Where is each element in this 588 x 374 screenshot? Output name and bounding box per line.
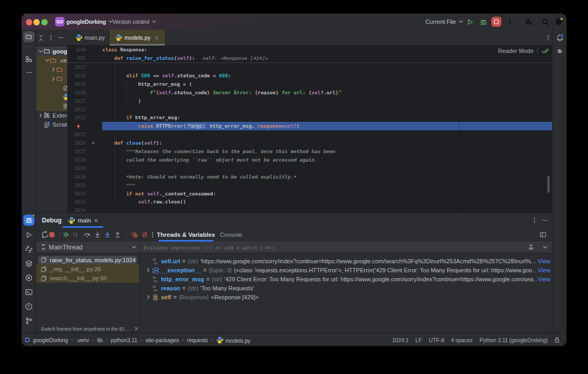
tool-stripe-terminal-button[interactable]: [23, 287, 34, 298]
python-interpreter[interactable]: Python 3.11 (googleDorking): [479, 337, 548, 343]
chevron-right-icon[interactable]: [146, 268, 150, 273]
breadcrumb-item[interactable]: site-packages: [145, 337, 179, 343]
add-watch-icon[interactable]: [528, 243, 536, 252]
project-tree-item-.venv[interactable]: .venv: [36, 56, 67, 65]
minimize-window-button[interactable]: [33, 19, 40, 25]
close-icon[interactable]: [154, 35, 159, 41]
tool-stripe-structure-button[interactable]: [23, 54, 34, 65]
resume-button[interactable]: [61, 230, 71, 239]
tool-stripe-more-button[interactable]: [23, 67, 34, 78]
caret-position[interactable]: 1024:1: [392, 337, 408, 343]
breadcrumb-item[interactable]: python3.11: [111, 337, 137, 343]
editor-scrollbar-thumb[interactable]: [547, 176, 550, 193]
project-tree-item-Scratches and Consoles[interactable]: Scratches and Consoles: [36, 120, 67, 129]
debug-button[interactable]: [479, 17, 487, 26]
breadcrumb-item[interactable]: requests: [187, 337, 208, 343]
code-line-1022[interactable]: 1022: [67, 105, 552, 114]
view-breakpoints-button[interactable]: [130, 230, 139, 239]
debug-view-tab-threads-variables[interactable]: Threads & Variables: [158, 228, 213, 242]
view-link[interactable]: View: [537, 266, 550, 275]
code-line-1033[interactable]: 1033 self.raw.close(): [67, 198, 552, 206]
editor-tab-main.py[interactable]: main.py: [70, 30, 110, 46]
project-tree-item-googleDorking[interactable]: googleDorking: [36, 47, 67, 56]
project-tree-item[interactable]: [36, 65, 67, 75]
frame-row[interactable]: search, __init__.py:50: [36, 274, 139, 283]
tool-stripe-project-button[interactable]: [23, 31, 34, 42]
close-window-button[interactable]: [26, 19, 32, 25]
stop-button[interactable]: [47, 230, 57, 239]
tool-stripe-run-button[interactable]: [23, 229, 34, 241]
variable-row-self[interactable]: self={Response}<Response [429]>: [140, 293, 552, 302]
reader-mode-widget[interactable]: Reader Mode: [498, 47, 549, 54]
code-line-1032[interactable]: 1032 if not self._content_consumed:: [67, 190, 552, 198]
tool-stripe-version-control-button[interactable]: [23, 315, 34, 326]
tool-stripe-ai-assistant-button[interactable]: [554, 46, 565, 57]
variable-row-http_error_msg[interactable]: 1001http_error_msg={str}'429 Client Erro…: [140, 275, 552, 284]
view-link[interactable]: View: [537, 275, 550, 284]
pause-button[interactable]: [70, 230, 80, 239]
step-into-my-code-button[interactable]: [103, 230, 112, 239]
line-separator[interactable]: LF: [415, 337, 422, 343]
close-icon[interactable]: [133, 326, 139, 332]
code-line-1027[interactable]: 1027 """Releases the connection back to …: [67, 147, 552, 156]
tool-stripe-problems-button[interactable]: [23, 301, 34, 312]
run-button[interactable]: [466, 17, 474, 26]
code-line-1025[interactable]: 1025: [67, 130, 552, 139]
hide-panel-icon[interactable]: [57, 34, 65, 41]
code-line-1029[interactable]: 1029: [67, 164, 552, 173]
close-icon[interactable]: ✕: [94, 218, 98, 224]
layout-settings-button[interactable]: [538, 230, 548, 239]
evaluate-expression-input[interactable]: Evaluate expression (⏎) or add a watch (…: [144, 242, 275, 253]
project-tree-item[interactable]: [36, 83, 67, 93]
stop-button[interactable]: [491, 16, 502, 27]
inspections-ok-icon[interactable]: [541, 48, 549, 54]
frame-row[interactable]: raise_for_status, models.py:1024: [36, 255, 139, 264]
project-tree-item[interactable]: [36, 102, 67, 111]
code-line-1031[interactable]: 1031 """: [67, 181, 552, 190]
code-line-1024[interactable]: raise HTTPError(*args: http_error_msg, r…: [67, 122, 552, 130]
maximize-window-button[interactable]: [41, 19, 48, 25]
run-configuration-selector[interactable]: Current File: [425, 14, 464, 30]
project-tree-item[interactable]: [36, 93, 67, 102]
step-into-button[interactable]: [93, 230, 102, 239]
variable-row-reason[interactable]: 1001reason={str}'Too Many Requests': [140, 284, 552, 293]
debug-view-tab-console[interactable]: Console: [220, 228, 242, 242]
hide-debug-icon[interactable]: [541, 217, 549, 224]
code-line-1034[interactable]: 1034: [67, 206, 552, 212]
code-line-1020[interactable]: 1020 f"{self.status_code} Server Error: …: [67, 88, 552, 97]
code-with-me-button[interactable]: [524, 17, 532, 26]
breadcrumb-item[interactable]: lib: [97, 337, 103, 343]
tab-options-icon[interactable]: [545, 34, 552, 41]
breadcrumb-item[interactable]: models.py: [216, 336, 251, 344]
chevron-down-icon[interactable]: [542, 245, 548, 250]
code-line-1019[interactable]: 1019 http_error_msg = (: [67, 80, 552, 88]
settings-button[interactable]: [555, 17, 563, 26]
file-encoding[interactable]: UTF-8: [429, 337, 444, 343]
view-link[interactable]: View: [537, 257, 550, 266]
code-line-1026[interactable]: 1026 def close(self):: [67, 139, 552, 147]
exception-breakpoint-icon[interactable]: [75, 123, 82, 130]
indent-style[interactable]: 4 spaces: [451, 337, 473, 343]
project-menu[interactable]: googleDorking: [66, 14, 113, 30]
project-tree-item-External Libraries[interactable]: External Libraries: [36, 111, 67, 120]
frame-row[interactable]: _req, __init__.py:26: [36, 264, 139, 274]
search-everywhere-button[interactable]: [541, 17, 549, 26]
step-out-button[interactable]: [113, 230, 122, 239]
tool-stripe-debug-button[interactable]: [23, 215, 34, 226]
chevron-right-icon[interactable]: [146, 295, 150, 300]
code-line-1028[interactable]: 1028 called the underlying ``raw`` objec…: [67, 156, 552, 164]
chevron-down-icon[interactable]: [131, 245, 137, 250]
variable-row-__exception__[interactable]: __exception__={tuple: 3}(<class 'request…: [140, 266, 552, 275]
version-control-menu[interactable]: Version control: [112, 14, 157, 30]
tool-stripe-notifications-button[interactable]: [554, 32, 565, 43]
editor-tab-models.py[interactable]: models.py: [110, 30, 165, 46]
breadcrumb-item[interactable]: .venv: [76, 337, 90, 343]
tool-stripe-python-console-button[interactable]: [23, 258, 34, 269]
breadcrumb-item[interactable]: googleDorking: [33, 337, 68, 343]
step-over-button[interactable]: [82, 230, 92, 239]
debug-options-icon[interactable]: [531, 217, 538, 224]
tool-stripe-services-button[interactable]: [23, 272, 34, 283]
code-line-1017[interactable]: 1017: [67, 63, 552, 72]
more-button[interactable]: [148, 230, 157, 239]
tool-stripe-python-packages-button[interactable]: [23, 244, 34, 255]
